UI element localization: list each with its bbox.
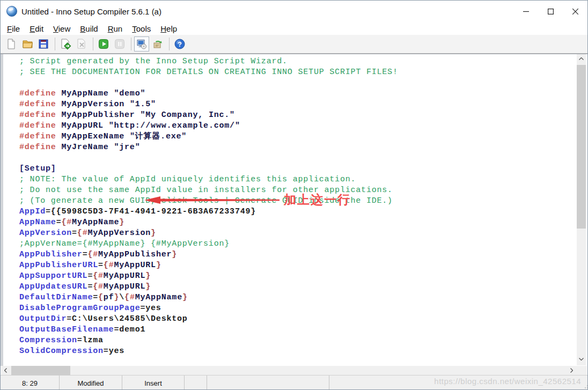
scroll-left-arrow-icon[interactable]	[1, 366, 10, 375]
menu-run[interactable]: Run	[103, 23, 128, 34]
code-line: ; NOTE: The value of AppId uniquely iden…	[19, 174, 577, 185]
code-line: AppPublisher={#MyAppPublisher}	[19, 249, 577, 260]
menu-view[interactable]: View	[48, 23, 75, 34]
toolbar-separator	[93, 38, 93, 50]
menu-help[interactable]: Help	[156, 23, 182, 34]
close-icon	[572, 9, 578, 14]
maximize-button[interactable]	[538, 1, 563, 22]
code-line: ; Script generated by the Inno Setup Scr…	[19, 56, 577, 67]
run-button[interactable]	[96, 36, 111, 51]
save-script-button[interactable]	[36, 36, 51, 51]
maximize-icon	[548, 9, 554, 14]
scrollbar-corner	[575, 366, 587, 375]
code-line: AppName={#MyAppName}	[19, 217, 577, 228]
status-segment-insert: Insert	[122, 376, 185, 390]
status-segment-8-29: 8: 29	[1, 376, 60, 390]
code-line: AppUpdatesURL={#MyAppURL}	[19, 282, 577, 292]
title-bar: Untitled - Inno Setup Compiler 5.6.1 (a)	[1, 1, 587, 22]
stop-compile-icon	[76, 38, 87, 50]
close-button[interactable]	[563, 1, 587, 22]
svg-text:?: ?	[178, 40, 182, 48]
code-line: ;AppVerName={#MyAppName} {#MyAppVersion}	[19, 239, 577, 249]
inno-setup-logo-icon	[6, 6, 17, 17]
code-line: Compression=lzma	[19, 335, 577, 346]
toolbar: ?	[1, 35, 587, 54]
open-folder-icon	[21, 38, 33, 50]
run-play-icon	[98, 38, 109, 50]
uninstall-icon	[152, 38, 164, 50]
compile-button[interactable]	[58, 36, 73, 51]
stop-compile-button	[74, 36, 89, 51]
toolbar-separator	[169, 38, 170, 50]
status-filler	[329, 376, 587, 390]
code-line: AppVersion={#MyAppVersion}	[19, 228, 577, 239]
window-controls	[513, 1, 587, 22]
code-line: #define MyAppName "demo"	[19, 89, 577, 99]
save-floppy-icon	[38, 38, 49, 50]
minimize-button[interactable]	[513, 1, 538, 22]
code-line: ; (To generate a new GUID, click Tools |…	[19, 196, 577, 207]
status-segment-3	[185, 376, 207, 390]
minimize-icon	[523, 9, 529, 14]
horizontal-scroll-thumb[interactable]	[11, 366, 70, 375]
code-line: OutputBaseFilename=demo1	[19, 325, 577, 335]
new-script-button[interactable]	[4, 36, 19, 51]
status-segment-4	[207, 376, 329, 390]
code-line: #define MyAppPublisher "My Company, Inc.…	[19, 110, 577, 121]
code-area[interactable]: ; Script generated by the Inno Setup Scr…	[1, 54, 577, 366]
code-line: #define MyAppExeName "计算器.exe"	[19, 131, 577, 142]
code-line: AppSupportURL={#MyAppURL}	[19, 271, 577, 282]
new-document-icon	[5, 38, 17, 50]
menu-file[interactable]: File	[2, 23, 25, 34]
app-window: Untitled - Inno Setup Compiler 5.6.1 (a)…	[0, 0, 588, 390]
vertical-scrollbar[interactable]	[577, 54, 586, 365]
vertical-scroll-thumb[interactable]	[577, 65, 586, 229]
horizontal-scrollbar[interactable]	[1, 366, 576, 375]
code-line: AppId={{5998C5D3-7F41-4941-9221-6B3A6723…	[19, 207, 577, 217]
code-line: SolidCompression=yes	[19, 346, 577, 357]
code-line: #define MyAppURL "http://www.example.com…	[19, 121, 577, 131]
code-line: #define MyAppVersion "1.5"	[19, 99, 577, 110]
help-button[interactable]: ?	[172, 36, 187, 51]
code-line: #define MyJreName "jre"	[19, 142, 577, 153]
window-title: Untitled - Inno Setup Compiler 5.6.1 (a)	[21, 7, 161, 16]
scroll-up-arrow-icon[interactable]	[577, 54, 586, 63]
script-editor: ; Script generated by the Inno Setup Scr…	[1, 54, 588, 366]
compile-icon	[60, 38, 71, 50]
open-script-button[interactable]	[20, 36, 35, 51]
code-line	[19, 78, 577, 89]
code-line	[19, 153, 577, 164]
code-line: DefaultDirName={pf}\{#MyAppName}	[19, 292, 577, 303]
menu-edit[interactable]: Edit	[25, 23, 48, 34]
pause-icon	[114, 38, 126, 50]
setup-exe-icon	[136, 38, 148, 50]
code-line: [Setup]	[19, 164, 577, 174]
target-setup-button[interactable]	[134, 36, 149, 51]
menu-bar: FileEditViewBuildRunToolsHelp	[1, 22, 587, 35]
code-line: DisableProgramGroupPage=yes	[19, 303, 577, 314]
toolbar-separator	[55, 38, 55, 50]
scroll-down-arrow-icon[interactable]	[577, 355, 586, 364]
code-line: ; Do not use the same AppId value in ins…	[19, 185, 577, 196]
toolbar-separator	[131, 38, 131, 50]
code-line: ; SEE THE DOCUMENTATION FOR DETAILS ON C…	[19, 67, 577, 78]
menu-build[interactable]: Build	[75, 23, 102, 34]
status-bar: 8: 29ModifiedInsert	[1, 375, 587, 390]
menu-tools[interactable]: Tools	[127, 23, 156, 34]
target-uninstall-button[interactable]	[150, 36, 165, 51]
code-line: OutputDir=C:\Users\24585\Desktop	[19, 314, 577, 325]
code-line: AppPublisherURL={#MyAppURL}	[19, 260, 577, 271]
pause-button	[112, 36, 127, 51]
help-icon: ?	[174, 38, 186, 50]
status-segment-modified: Modified	[60, 376, 122, 390]
